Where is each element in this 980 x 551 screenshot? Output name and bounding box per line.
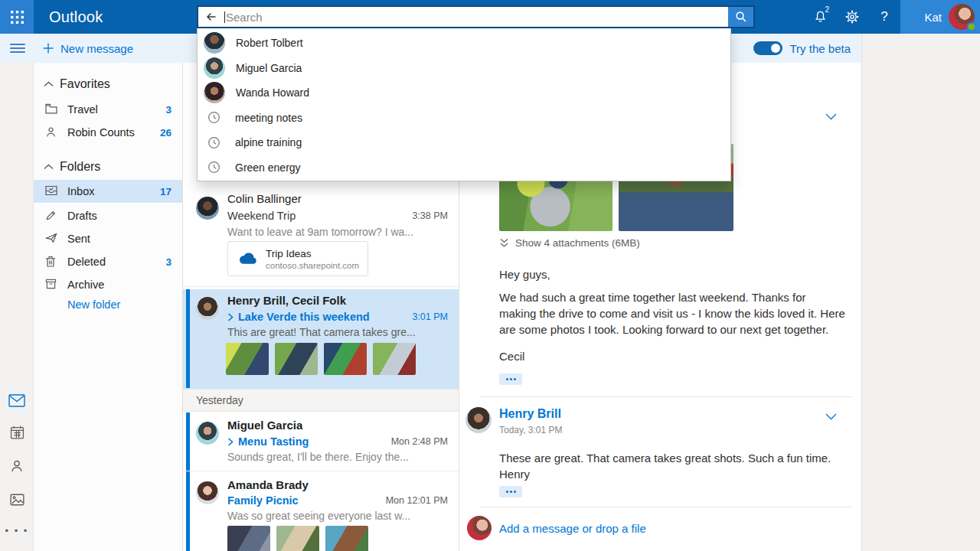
search-input[interactable]: Search bbox=[226, 11, 263, 24]
favorites-section-header[interactable]: Favorites bbox=[34, 75, 182, 93]
new-message-button[interactable]: New message bbox=[43, 42, 133, 55]
show-attachments-toggle[interactable]: Show 4 attachments (6MB) bbox=[499, 237, 640, 249]
try-beta-label: Try the beta bbox=[790, 42, 851, 55]
message-list-item-lake-verde[interactable]: Henry Brill, Cecil Folk Lake Verde this … bbox=[183, 289, 459, 389]
unread-count: 3 bbox=[165, 256, 172, 268]
sidebar-item-drafts[interactable]: Drafts bbox=[34, 204, 182, 227]
message-subject: Family Picnic bbox=[227, 494, 299, 507]
calendar-module-button[interactable] bbox=[0, 422, 34, 442]
unread-count: 3 bbox=[165, 104, 172, 116]
message-divider bbox=[481, 507, 852, 507]
account-button[interactable]: Kat bbox=[900, 0, 980, 34]
message-list-item-family-picnic[interactable]: Amanda Brady Family Picnic Mon 12:01 PM … bbox=[183, 471, 459, 551]
calendar-icon bbox=[10, 425, 24, 439]
search-submit-button[interactable] bbox=[728, 7, 753, 27]
message-list-item-weekend-trip[interactable]: Colin Ballinger Weekend Trip 3:38 PM Wan… bbox=[183, 186, 459, 287]
expand-trimmed-content-button[interactable] bbox=[499, 486, 522, 497]
search-suggestion-person[interactable]: Robert Tolbert bbox=[198, 31, 730, 56]
sidebar-item-inbox[interactable]: Inbox 17 bbox=[34, 180, 182, 203]
chevron-up-icon bbox=[44, 164, 56, 170]
date-group-header: Yesterday bbox=[183, 389, 459, 412]
sidebar-item-travel[interactable]: Travel 3 bbox=[34, 98, 182, 121]
message-divider bbox=[481, 396, 852, 397]
avatar bbox=[467, 516, 492, 540]
search-suggestion-person[interactable]: Wanda Howard bbox=[198, 80, 730, 106]
help-button[interactable]: ? bbox=[868, 0, 900, 34]
app-launcher-button[interactable] bbox=[0, 0, 34, 34]
sidebar-item-archive[interactable]: Archive bbox=[34, 273, 182, 296]
message-subject: Menu Tasting bbox=[238, 435, 309, 448]
unread-count: 17 bbox=[160, 186, 172, 197]
message-time: Mon 2:48 PM bbox=[385, 436, 448, 447]
message-preview: Was so great seeing everyone last w... bbox=[227, 510, 448, 522]
message-preview: Want to leave at 9am tomorrow? I wa... bbox=[227, 226, 448, 238]
search-icon bbox=[735, 11, 747, 23]
attachment-thumbnails bbox=[227, 526, 368, 551]
back-arrow-icon bbox=[205, 11, 217, 23]
app-title: Outlook bbox=[49, 0, 103, 34]
new-folder-link[interactable]: New folder bbox=[67, 298, 120, 311]
message-body: We had such a great time together last w… bbox=[499, 289, 845, 337]
folders-section-header[interactable]: Folders bbox=[34, 158, 182, 176]
reply-signoff: Henry bbox=[499, 466, 530, 482]
people-module-button[interactable] bbox=[0, 456, 34, 476]
photo-thumbnail[interactable] bbox=[226, 343, 269, 375]
more-modules-button[interactable]: • • • bbox=[0, 520, 34, 540]
photo-thumbnail[interactable] bbox=[324, 343, 367, 375]
search-bar[interactable]: Search bbox=[197, 5, 755, 28]
attachment-source: contoso.sharepoint.com bbox=[266, 261, 359, 270]
photo-thumbnail[interactable] bbox=[373, 343, 416, 375]
photo-thumbnail[interactable] bbox=[276, 526, 319, 551]
settings-button[interactable] bbox=[836, 0, 868, 34]
reply-timestamp: Today, 3:01 PM bbox=[499, 425, 563, 435]
waffle-icon bbox=[11, 11, 24, 24]
reply-sender-name[interactable]: Henry Brill bbox=[499, 407, 561, 421]
mail-module-button[interactable] bbox=[0, 390, 34, 410]
outlook-app: Outlook 2 bbox=[0, 0, 980, 551]
photo-thumbnail[interactable] bbox=[227, 526, 270, 551]
folder-icon bbox=[45, 103, 57, 116]
onedrive-icon bbox=[237, 252, 258, 266]
chevron-down-icon bbox=[825, 413, 837, 420]
text-cursor bbox=[224, 11, 225, 23]
ellipsis-icon bbox=[506, 491, 508, 493]
gear-icon bbox=[845, 10, 859, 24]
collapse-message-button[interactable] bbox=[825, 113, 837, 120]
module-switcher-rail: • • • bbox=[0, 63, 34, 551]
chevron-right-icon[interactable] bbox=[227, 438, 234, 446]
chevron-right-icon[interactable] bbox=[227, 313, 234, 321]
collapse-pane-button[interactable] bbox=[10, 44, 25, 53]
notifications-button[interactable]: 2 bbox=[804, 0, 836, 34]
quick-reply-field[interactable]: Add a message or drop a file bbox=[499, 522, 646, 535]
double-chevron-down-icon bbox=[499, 238, 509, 248]
collapse-message-button[interactable] bbox=[825, 413, 837, 420]
message-list-item-menu-tasting[interactable]: Miguel Garcia Menu Tasting Mon 2:48 PM S… bbox=[183, 412, 459, 471]
sender-name: Henry Brill, Cecil Folk bbox=[227, 294, 346, 307]
images-icon bbox=[10, 494, 24, 506]
images-module-button[interactable] bbox=[0, 490, 34, 510]
expand-trimmed-content-button[interactable] bbox=[499, 373, 522, 385]
sidebar-item-sent[interactable]: Sent bbox=[34, 227, 182, 250]
toggle-on-icon[interactable] bbox=[753, 41, 782, 55]
search-suggestion-history[interactable]: meeting notes bbox=[198, 106, 730, 131]
unread-indicator bbox=[186, 471, 190, 551]
avatar bbox=[196, 197, 219, 220]
avatar bbox=[196, 481, 219, 504]
avatar bbox=[466, 407, 492, 433]
photo-thumbnail[interactable] bbox=[275, 343, 318, 375]
photo-thumbnail[interactable] bbox=[325, 526, 368, 551]
try-beta-toggle[interactable]: Try the beta bbox=[753, 41, 851, 55]
attachment-card[interactable]: Trip Ideas contoso.sharepoint.com bbox=[227, 241, 368, 276]
search-suggestion-history[interactable]: alpine training bbox=[198, 130, 730, 155]
sidebar-item-deleted[interactable]: Deleted 3 bbox=[34, 250, 182, 273]
sender-name: Colin Ballinger bbox=[227, 192, 302, 205]
back-button[interactable] bbox=[198, 7, 224, 27]
plus-icon bbox=[43, 43, 54, 54]
search-suggestion-history[interactable]: Green energy bbox=[198, 155, 730, 181]
sender-name: Amanda Brady bbox=[227, 478, 309, 491]
clock-icon bbox=[207, 111, 220, 124]
notification-count-badge: 2 bbox=[825, 5, 829, 14]
search-suggestion-person[interactable]: Miguel Garcia bbox=[198, 56, 730, 81]
draft-icon bbox=[45, 210, 57, 222]
sidebar-item-robin-counts[interactable]: Robin Counts 26 bbox=[34, 121, 182, 144]
